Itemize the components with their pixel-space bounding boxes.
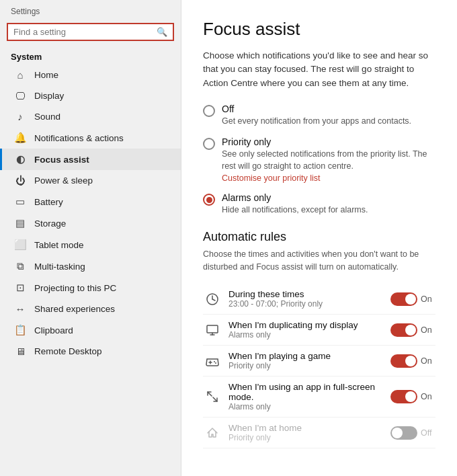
shared-icon: ↔ — [13, 303, 28, 315]
gamepad-icon — [203, 355, 222, 367]
main-content: Focus assist Choose which notifications … — [181, 0, 457, 476]
rule-sub-fullscreen: Alarms only — [229, 402, 390, 411]
rule-rows-group: During these times23:00 - 07:00; Priorit… — [203, 284, 435, 448]
sidebar-item-label-tablet: Tablet mode — [34, 240, 84, 250]
radio-link-priority[interactable]: Customise your priority list — [222, 173, 321, 183]
power-icon: ⏻ — [13, 175, 28, 186]
sidebar: Settings 🔍 System ⌂Home🖵Display♪Sound🔔No… — [0, 0, 181, 476]
toggle-home[interactable] — [390, 426, 417, 440]
toggle-label-display: On — [421, 325, 435, 335]
sidebar-item-multitasking[interactable]: ⧉Multi-tasking — [0, 255, 181, 277]
rule-sub-times: 23:00 - 07:00; Priority only — [229, 299, 390, 309]
rule-row-home: When I'm at homePriority onlyOff — [203, 418, 435, 448]
radio-alarms[interactable]: Alarms onlyHide all notifications, excep… — [203, 192, 435, 216]
automatic-rules-heading: Automatic rules — [203, 230, 435, 244]
sidebar-item-power[interactable]: ⏻Power & sleep — [0, 170, 181, 191]
sidebar-item-label-power: Power & sleep — [34, 175, 93, 186]
display-icon: 🖵 — [13, 90, 28, 102]
rule-name-game: When I'm playing a game — [229, 351, 390, 361]
sidebar-item-home[interactable]: ⌂Home — [0, 65, 181, 85]
radio-desc-alarms: Hide all notifications, except for alarm… — [222, 204, 368, 216]
sidebar-item-label-notifications: Notifications & actions — [34, 133, 124, 143]
sidebar-item-label-home: Home — [34, 70, 58, 80]
sidebar-item-label-storage: Storage — [34, 219, 66, 229]
rule-row-game: When I'm playing a gamePriority onlyOn — [203, 346, 435, 376]
toggle-label-game: On — [421, 356, 435, 366]
sidebar-item-remote[interactable]: 🖥Remote Desktop — [0, 341, 181, 362]
svg-line-10 — [208, 392, 212, 396]
monitor-icon — [203, 323, 222, 337]
battery-icon: ▭ — [13, 196, 28, 208]
radio-label-priority: Priority only — [222, 136, 435, 147]
sidebar-item-label-focus: Focus assist — [34, 155, 89, 165]
radio-circle-off[interactable] — [203, 105, 215, 117]
radio-off[interactable]: OffGet every notification from your apps… — [203, 104, 435, 128]
svg-point-9 — [215, 362, 216, 364]
sound-icon: ♪ — [13, 111, 28, 122]
fullscreen-icon — [203, 390, 222, 403]
sidebar-item-label-projecting: Projecting to this PC — [34, 283, 116, 293]
toggle-label-fullscreen: On — [421, 392, 435, 401]
rule-name-fullscreen: When I'm using an app in full-screen mod… — [229, 382, 390, 402]
toggle-display[interactable] — [390, 323, 417, 337]
clock-icon — [203, 292, 222, 306]
svg-line-2 — [212, 299, 215, 301]
sidebar-item-shared[interactable]: ↔Shared experiences — [0, 299, 181, 319]
automatic-rules-desc: Choose the times and activities when you… — [203, 248, 435, 274]
storage-icon: ▤ — [13, 217, 28, 229]
toggle-fullscreen[interactable] — [390, 390, 417, 403]
nav-list: ⌂Home🖵Display♪Sound🔔Notifications & acti… — [0, 65, 181, 362]
focus-icon: ◐ — [13, 153, 28, 165]
notifications-icon: 🔔 — [13, 132, 28, 144]
radio-label-off: Off — [222, 104, 411, 114]
sidebar-item-clipboard[interactable]: 📋Clipboard — [0, 319, 181, 341]
radio-priority[interactable]: Priority onlySee only selected notificat… — [203, 136, 435, 183]
radio-circle-alarms[interactable] — [203, 194, 215, 206]
app-title: Settings — [0, 0, 181, 20]
sidebar-item-sound[interactable]: ♪Sound — [0, 106, 181, 127]
radio-label-alarms: Alarms only — [222, 192, 368, 203]
rule-row-display: When I'm duplicating my displayAlarms on… — [203, 315, 435, 346]
rule-row-fullscreen: When I'm using an app in full-screen mod… — [203, 376, 435, 418]
sidebar-item-label-battery: Battery — [34, 197, 63, 207]
radio-circle-priority[interactable] — [203, 138, 215, 150]
rule-name-times: During these times — [229, 289, 390, 299]
sidebar-item-storage[interactable]: ▤Storage — [0, 212, 181, 234]
sidebar-item-label-sound: Sound — [34, 112, 60, 122]
toggle-game[interactable] — [390, 354, 417, 368]
radio-desc-off: Get every notification from your apps an… — [222, 116, 411, 128]
projecting-icon: ⊡ — [13, 282, 28, 294]
sidebar-item-battery[interactable]: ▭Battery — [0, 191, 181, 212]
rule-row-times: During these times23:00 - 07:00; Priorit… — [203, 284, 435, 315]
rule-sub-game: Priority only — [229, 361, 390, 370]
search-input[interactable] — [13, 27, 157, 37]
sidebar-item-label-remote: Remote Desktop — [34, 346, 102, 356]
intro-text: Choose which notifications you'd like to… — [203, 49, 435, 90]
rule-name-home: When I'm at home — [229, 423, 390, 433]
toggle-label-home: Off — [421, 428, 435, 438]
sidebar-section-label: System — [0, 46, 181, 65]
sidebar-item-label-clipboard: Clipboard — [34, 325, 73, 335]
sidebar-item-tablet[interactable]: ⬜Tablet mode — [0, 234, 181, 255]
search-icon: 🔍 — [157, 27, 167, 37]
radio-desc-priority: See only selected notifications from the… — [222, 149, 435, 172]
svg-rect-3 — [207, 325, 218, 333]
toggle-times[interactable] — [390, 292, 417, 306]
home-icon: ⌂ — [13, 69, 28, 81]
svg-line-11 — [213, 397, 217, 401]
rule-sub-display: Alarms only — [229, 330, 390, 340]
clipboard-icon: 📋 — [13, 324, 28, 336]
sidebar-item-display[interactable]: 🖵Display — [0, 85, 181, 106]
svg-point-8 — [214, 361, 215, 362]
sidebar-item-notifications[interactable]: 🔔Notifications & actions — [0, 127, 181, 149]
radio-options-group: OffGet every notification from your apps… — [203, 104, 435, 216]
toggle-label-times: On — [421, 294, 435, 304]
search-box[interactable]: 🔍 — [7, 23, 174, 41]
tablet-icon: ⬜ — [13, 239, 28, 251]
rule-sub-home: Priority only — [229, 433, 390, 442]
rule-name-display: When I'm duplicating my display — [229, 320, 390, 330]
page-title: Focus assist — [203, 19, 435, 40]
sidebar-item-projecting[interactable]: ⊡Projecting to this PC — [0, 277, 181, 299]
sidebar-item-focus[interactable]: ◐Focus assist — [0, 149, 181, 170]
sidebar-item-label-multitasking: Multi-tasking — [34, 262, 85, 272]
